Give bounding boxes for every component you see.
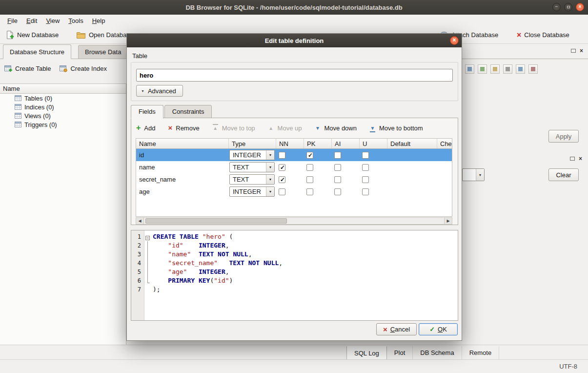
check-cell[interactable] [437, 149, 452, 161]
create-table-button[interactable]: Create Table [1, 62, 54, 75]
field-name-cell[interactable]: age [136, 186, 229, 198]
minimize-button[interactable]: − [552, 3, 561, 11]
pk-checkbox[interactable] [306, 164, 313, 171]
field-row-id[interactable]: idINTEGER▼ [136, 149, 452, 161]
field-name-cell[interactable]: name [136, 161, 229, 173]
nn-checkbox[interactable] [279, 164, 285, 171]
type-select[interactable]: TEXT▼ [229, 162, 275, 172]
move-down-button[interactable]: ▼Move down [314, 124, 356, 132]
column-header-nn[interactable]: NN [276, 139, 304, 148]
menu-help[interactable]: Help [88, 16, 110, 26]
u-checkbox[interactable] [362, 152, 369, 159]
nn-checkbox[interactable] [279, 152, 285, 159]
field-row-age[interactable]: ageINTEGER▼ [136, 186, 452, 198]
ok-button[interactable]: ✓ OK [419, 323, 458, 335]
advanced-toggle-button[interactable]: ▼ Advanced [136, 85, 183, 97]
add-button[interactable]: +Add [136, 124, 155, 132]
bottom-tab-remote[interactable]: Remote [462, 346, 500, 360]
check-cell[interactable] [437, 186, 452, 198]
fold-collapse-icon[interactable]: − [145, 236, 150, 240]
dock-tool-icon[interactable] [465, 64, 474, 74]
tree-item-tables-0[interactable]: Tables (0) [0, 94, 126, 103]
check-cell[interactable] [437, 173, 452, 186]
column-header-type[interactable]: Type [229, 139, 276, 148]
dock-close-icon[interactable]: × [579, 156, 582, 161]
clear-button[interactable]: Clear [548, 168, 579, 181]
ai-checkbox[interactable] [334, 164, 341, 171]
new-database-icon [6, 30, 14, 40]
type-select[interactable]: TEXT▼ [229, 174, 275, 185]
scroll-right-icon[interactable]: ▶ [444, 218, 452, 224]
pk-checkbox[interactable] [306, 188, 313, 195]
close-button[interactable]: × [576, 3, 584, 11]
pk-checkbox[interactable] [306, 176, 313, 183]
menu-tools[interactable]: Tools [64, 16, 87, 26]
move-to-bottom-button[interactable]: ▼Move to bottom [369, 124, 423, 132]
check-cell[interactable] [437, 161, 452, 173]
ai-checkbox[interactable] [334, 176, 341, 183]
remove-button[interactable]: ×Remove [168, 124, 199, 132]
filter-select[interactable]: ▼ [462, 168, 485, 181]
dock-tool-icon[interactable] [528, 64, 538, 74]
default-cell[interactable] [387, 149, 437, 161]
nn-checkbox[interactable] [279, 176, 285, 183]
tree-header-name[interactable]: Name [0, 84, 126, 94]
column-header-check[interactable]: Check [437, 139, 452, 148]
default-cell[interactable] [387, 186, 437, 198]
dock-tool-icon[interactable] [503, 64, 512, 74]
column-header-u[interactable]: U [360, 139, 387, 148]
column-header-ai[interactable]: AI [332, 139, 360, 148]
u-checkbox[interactable] [362, 176, 369, 183]
create-index-button[interactable]: Create Index [56, 62, 110, 75]
u-checkbox[interactable] [362, 164, 369, 171]
pk-checkbox[interactable] [306, 152, 313, 159]
bottom-tab-db-schema[interactable]: DB Schema [413, 346, 462, 360]
encoding-indicator[interactable]: UTF-8 [559, 363, 577, 370]
field-name-cell[interactable]: secret_name [136, 173, 229, 186]
tab-browse-data[interactable]: Browse Data [78, 45, 128, 59]
horizontal-scrollbar[interactable]: ◀ ▶ [136, 217, 452, 225]
dialog-close-button[interactable]: × [450, 36, 459, 45]
ai-checkbox[interactable] [334, 152, 341, 159]
bottom-tab-plot[interactable]: Plot [387, 346, 413, 360]
column-header-name[interactable]: Name [136, 139, 229, 148]
tab-constraints[interactable]: Constraints [164, 105, 212, 118]
tree-item-triggers-0[interactable]: Triggers (0) [0, 120, 126, 129]
dock-float-icon[interactable] [571, 49, 576, 53]
menu-edit[interactable]: Edit [22, 16, 41, 26]
dock-close-icon[interactable]: × [580, 48, 583, 53]
dock-tool-icon[interactable] [516, 64, 525, 74]
default-cell[interactable] [387, 161, 437, 173]
field-name-cell[interactable]: id [136, 149, 229, 161]
field-row-name[interactable]: nameTEXT▼ [136, 161, 452, 173]
menu-view[interactable]: View [41, 16, 64, 26]
close-database-button[interactable]: × Close Database [513, 26, 573, 43]
scrollbar-thumb[interactable] [145, 218, 287, 224]
bottom-tab-sql-log[interactable]: SQL Log [346, 346, 387, 360]
dock-tool-icon[interactable] [478, 64, 487, 74]
column-header-default[interactable]: Default [387, 139, 437, 148]
cancel-button[interactable]: × Cancel [376, 323, 417, 335]
menu-file[interactable]: File [3, 16, 22, 26]
scroll-left-icon[interactable]: ◀ [136, 218, 144, 224]
new-database-button[interactable]: New Database [2, 26, 62, 43]
dock-tool-icon[interactable] [490, 64, 500, 74]
tab-fields[interactable]: Fields [131, 105, 163, 119]
field-row-secret-name[interactable]: secret_nameTEXT▼ [136, 173, 452, 186]
u-checkbox[interactable] [362, 188, 369, 195]
nn-checkbox[interactable] [279, 188, 285, 195]
type-select[interactable]: INTEGER▼ [229, 186, 275, 197]
apply-button[interactable]: Apply [548, 130, 579, 143]
dock-float-icon[interactable] [570, 157, 575, 161]
table-name-input[interactable] [136, 69, 453, 82]
tab-database-structure[interactable]: Database Structure [3, 44, 71, 59]
maximize-button[interactable] [564, 3, 572, 11]
button-label: Move up [278, 124, 302, 132]
type-select[interactable]: INTEGER▼ [229, 150, 275, 160]
table-groupbox: ▼ Advanced [131, 62, 458, 101]
default-cell[interactable] [387, 173, 437, 186]
ai-checkbox[interactable] [334, 188, 341, 195]
column-header-pk[interactable]: PK [304, 139, 332, 148]
tree-item-indices-0[interactable]: Indices (0) [0, 103, 126, 111]
tree-item-views-0[interactable]: Views (0) [0, 111, 126, 120]
